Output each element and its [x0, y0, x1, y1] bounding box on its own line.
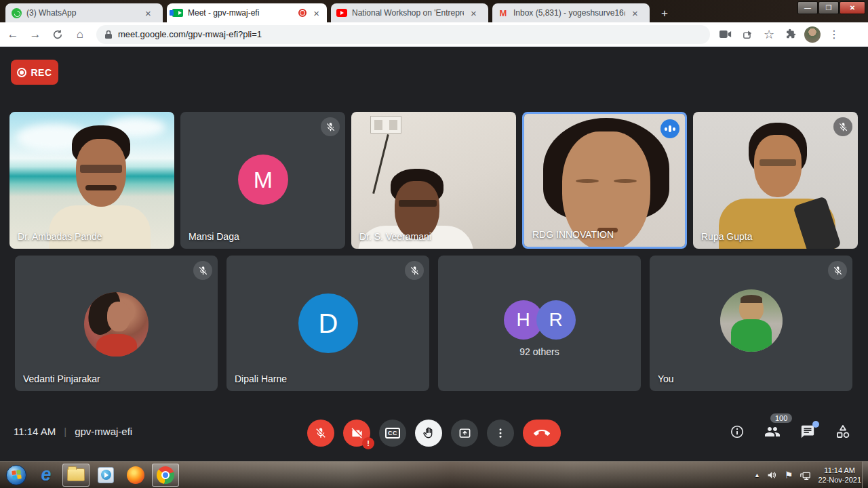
home-button[interactable]: ⌂	[71, 25, 90, 44]
clock-date: 22-Nov-2021	[818, 475, 861, 485]
tab-title: (3) WhatsApp	[26, 8, 138, 18]
action-center-flag-icon[interactable]: ⚑	[785, 470, 793, 481]
participant-name: Rupa Gupta	[701, 231, 753, 242]
bookmark-star-icon[interactable]: ☆	[760, 26, 778, 43]
captions-button[interactable]: CC	[379, 420, 406, 447]
activities-button[interactable]	[834, 423, 852, 441]
browser-toolbar: ← → ⌂ meet.google.com/gpv-mwaj-efi?pli=1…	[0, 22, 868, 47]
profile-avatar[interactable]	[804, 26, 821, 43]
back-button[interactable]: ←	[3, 25, 22, 44]
record-icon	[17, 68, 26, 77]
volume-icon[interactable]	[767, 470, 778, 480]
meet-bottom-bar: 11:14 AM | gpv-mwaj-efi ! CC	[0, 407, 868, 461]
participant-count-badge: 100	[770, 413, 792, 423]
video-feed	[9, 112, 174, 249]
start-button[interactable]	[3, 464, 30, 487]
participant-tile-vedanti-pinjarakar[interactable]: Vedanti Pinjarakar	[15, 256, 218, 391]
participant-name: Vedanti Pinjarakar	[23, 373, 100, 384]
video-feed	[693, 112, 858, 249]
taskbar-firefox-icon[interactable]	[122, 464, 149, 487]
show-desktop-button[interactable]	[862, 462, 868, 488]
participant-name: Mansi Daga	[189, 231, 239, 242]
tab-meet-active[interactable]: Meet - gpv-mwaj-efi ×	[167, 3, 327, 22]
tab-close-icon[interactable]: ×	[311, 7, 321, 19]
others-count-label: 92 others	[438, 346, 641, 357]
address-bar[interactable]: meet.google.com/gpv-mwaj-efi?pli=1	[96, 25, 710, 44]
forward-button[interactable]: →	[26, 25, 45, 44]
meet-icon	[172, 7, 183, 18]
gmail-icon: M	[498, 7, 509, 18]
tray-expand-icon[interactable]: ▲	[754, 472, 760, 479]
participant-tile-mansi-daga[interactable]: M Mansi Daga	[180, 112, 345, 249]
tab-gmail[interactable]: M Inbox (5,831) - yogeshsurve16@ ×	[492, 3, 650, 22]
avatar-letter: M	[254, 167, 273, 193]
chat-button[interactable]	[799, 423, 816, 441]
extensions-icon[interactable]	[782, 26, 800, 43]
mic-off-icon	[833, 117, 852, 136]
end-call-button[interactable]	[523, 420, 561, 447]
camera-permission-icon[interactable]	[717, 26, 734, 43]
desktop: (3) WhatsApp × Meet - gpv-mwaj-efi × Nat…	[0, 0, 868, 488]
separator: |	[64, 426, 66, 437]
mic-off-icon	[405, 261, 424, 280]
participant-tile-dipali-harne[interactable]: D Dipali Harne	[226, 256, 429, 391]
mic-off-icon	[828, 261, 847, 280]
participant-tile-rupa-gupta[interactable]: Rupa Gupta	[693, 112, 858, 249]
mic-off-icon	[193, 261, 212, 280]
mic-off-icon	[321, 117, 340, 136]
participant-tile-others[interactable]: H R 92 others	[438, 256, 641, 391]
new-tab-button[interactable]: +	[656, 5, 673, 22]
chat-notification-dot	[812, 421, 819, 428]
window-close-button[interactable]: ✕	[840, 1, 865, 14]
taskbar-media-player-icon[interactable]	[92, 464, 119, 487]
avatar-initial: D	[298, 293, 358, 353]
taskbar-internet-explorer-icon[interactable]: e	[33, 464, 60, 487]
meeting-code: gpv-mwaj-efi	[75, 426, 132, 437]
network-icon[interactable]	[800, 470, 811, 481]
rec-label: REC	[31, 67, 52, 78]
reload-button[interactable]	[48, 25, 67, 44]
window-minimize-button[interactable]: —	[797, 1, 818, 14]
tab-title: Inbox (5,831) - yogeshsurve16@	[513, 8, 625, 18]
browser-menu-icon[interactable]: ⋮	[825, 26, 843, 43]
tab-close-icon[interactable]: ×	[143, 7, 153, 19]
more-options-button[interactable]	[487, 420, 514, 447]
meet-page: REC Dr. Ambadas Pande	[0, 47, 868, 461]
avatar-initial: R	[536, 300, 576, 340]
camera-toggle-button[interactable]: !	[343, 420, 370, 447]
cc-icon: CC	[385, 428, 400, 439]
tab-youtube[interactable]: National Workshop on 'Entrepren ×	[331, 3, 488, 22]
tab-close-icon[interactable]: ×	[630, 7, 640, 19]
participants-button[interactable]: 100	[764, 423, 781, 441]
tab-whatsapp[interactable]: (3) WhatsApp ×	[5, 3, 163, 22]
taskbar-clock[interactable]: 11:14 AM 22-Nov-2021	[818, 466, 861, 485]
participant-name: You	[658, 373, 674, 384]
window-restore-button[interactable]: ❐	[818, 1, 839, 14]
participant-tile-you[interactable]: You	[650, 256, 852, 391]
participant-name: Dr. S. Veeramani	[359, 231, 431, 242]
participant-tile-s-veeramani[interactable]: Dr. S. Veeramani	[351, 112, 516, 249]
video-feed	[351, 112, 516, 249]
others-avatars: H R	[438, 300, 641, 340]
participant-tile-rdg-innovation[interactable]: RDG INNOVATION	[522, 112, 687, 249]
avatar-photo	[84, 292, 149, 357]
clock-time: 11:14 AM	[818, 466, 861, 475]
tab-title: Meet - gpv-mwaj-efi	[188, 8, 294, 18]
whatsapp-icon	[11, 7, 22, 18]
share-icon[interactable]	[738, 26, 756, 43]
participant-name: RDG INNOVATION	[532, 229, 614, 240]
recording-badge: REC	[11, 60, 58, 85]
avatar-letter: R	[549, 309, 562, 331]
meeting-details-button[interactable]	[728, 423, 746, 441]
taskbar-explorer-icon[interactable]	[62, 464, 90, 487]
participant-name: Dipali Harne	[235, 373, 287, 384]
participant-tile-ambadas-pande[interactable]: Dr. Ambadas Pande	[9, 112, 174, 249]
speaking-indicator-icon	[660, 119, 679, 138]
video-feed	[524, 114, 685, 247]
taskbar-chrome-icon[interactable]	[152, 464, 179, 487]
present-button[interactable]	[451, 420, 478, 447]
raise-hand-button[interactable]	[415, 420, 442, 447]
mic-toggle-button[interactable]	[307, 420, 334, 447]
tab-title: National Workshop on 'Entrepren	[352, 8, 464, 18]
tab-close-icon[interactable]: ×	[469, 7, 479, 19]
